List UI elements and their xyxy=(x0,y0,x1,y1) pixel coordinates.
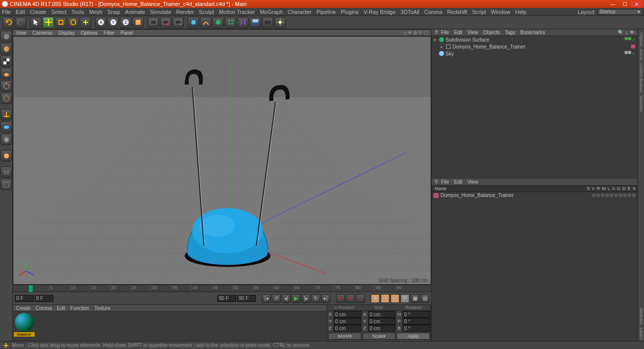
menu-script[interactable]: Script xyxy=(472,9,486,15)
z-axis-lock[interactable]: Z xyxy=(120,17,131,28)
search-icon[interactable]: 🔍 xyxy=(618,30,624,35)
undo-button[interactable] xyxy=(2,17,14,28)
tab-content[interactable]: Content Browser xyxy=(639,63,644,93)
menu-select[interactable]: Select xyxy=(51,9,67,15)
snap-grid[interactable] xyxy=(0,179,12,190)
menu-render[interactable]: Render xyxy=(176,9,194,15)
layer-tag[interactable] xyxy=(631,44,636,49)
menu-vray[interactable]: V-Ray Bridge xyxy=(364,9,396,15)
move-tool[interactable] xyxy=(43,17,54,28)
redo-button[interactable] xyxy=(15,17,26,28)
render-view[interactable] xyxy=(148,17,159,28)
mat-menu-edit[interactable]: Edit xyxy=(57,305,65,311)
frame-stop-field[interactable]: 90 F xyxy=(217,295,236,302)
menu-mesh[interactable]: Mesh xyxy=(89,9,102,15)
vp-menu-view[interactable]: View xyxy=(16,30,27,36)
object-name[interactable]: Subdivision Surface xyxy=(446,37,489,43)
autokey[interactable]: ◉ xyxy=(346,294,355,303)
pos-x[interactable]: 0 cm xyxy=(334,311,361,318)
menu-help[interactable]: Help xyxy=(515,9,527,15)
scale-mode-dropdown[interactable]: Scale ▾ xyxy=(362,333,396,340)
spline-pen[interactable] xyxy=(200,17,211,28)
home-icon[interactable]: ⌂ xyxy=(625,30,628,35)
rot-h[interactable]: 0 ° xyxy=(402,311,430,318)
rot-p[interactable]: 0 ° xyxy=(402,318,430,325)
tab-objects[interactable]: Objects xyxy=(639,33,644,46)
coord-system[interactable] xyxy=(132,17,144,28)
size-z[interactable]: 0 cm xyxy=(368,325,396,332)
workplane[interactable] xyxy=(0,166,12,178)
goto-start[interactable]: |◂ xyxy=(262,294,271,303)
eye-icon[interactable]: 👁 xyxy=(630,30,635,35)
material-item[interactable]: Balancir xyxy=(14,313,35,337)
layers-menu-file[interactable]: File xyxy=(441,179,449,185)
rot-b[interactable]: 0 ° xyxy=(402,325,430,332)
timeline[interactable]: 051015202530354045505560657075808590 xyxy=(13,285,431,292)
menu-sculpt[interactable]: Sculpt xyxy=(199,9,214,15)
menu-simulate[interactable]: Simulate xyxy=(150,9,171,15)
tab-attributes[interactable]: Attributes xyxy=(639,308,644,325)
viewport[interactable]: Perspective xyxy=(13,36,431,285)
grip-icon[interactable]: ⠿ xyxy=(435,30,438,35)
object-row[interactable]: ▾ Subdivision Surface ✓ xyxy=(432,36,638,43)
pos-y[interactable]: 0 cm xyxy=(334,318,361,325)
y-axis-lock[interactable]: Y xyxy=(107,17,119,28)
vp-menu-panel[interactable]: Panel xyxy=(121,30,134,36)
snap-toggle[interactable]: S xyxy=(0,134,12,145)
object-row[interactable]: Sky ✓ xyxy=(432,50,638,57)
size-x[interactable]: 0 cm xyxy=(368,311,396,318)
tab-scene[interactable]: Scene xyxy=(639,49,644,60)
key-pos[interactable]: ✥ xyxy=(371,294,380,303)
menu-motiontracker[interactable]: Motion Tracker xyxy=(219,9,255,15)
keyopts[interactable]: ◎ xyxy=(356,294,365,303)
environment[interactable] xyxy=(249,17,261,28)
tab-structure[interactable]: Structure xyxy=(639,96,644,111)
om-menu-edit[interactable]: Edit xyxy=(454,30,462,35)
om-menu-tags[interactable]: Tags xyxy=(505,30,515,35)
generator-array[interactable] xyxy=(225,17,236,28)
grip-icon[interactable]: ≡ Position xyxy=(327,305,362,310)
mat-menu-corona[interactable]: Corona xyxy=(36,305,52,311)
workplane-mode[interactable] xyxy=(0,68,12,79)
render-settings[interactable] xyxy=(172,17,184,28)
mat-menu-function[interactable]: Function xyxy=(70,305,89,311)
tab-layers[interactable]: Layers xyxy=(639,328,644,340)
menu-edit[interactable]: Edit xyxy=(16,9,25,15)
vp-menu-filter[interactable]: Filter xyxy=(103,30,114,36)
goto-nextkey[interactable]: ↻ xyxy=(311,294,320,303)
point-mode[interactable] xyxy=(0,80,12,92)
step-fwd[interactable]: |▸ xyxy=(301,294,310,303)
coord-mode-dropdown[interactable]: World ▾ xyxy=(328,333,361,340)
timeline-playhead[interactable] xyxy=(29,285,33,292)
menu-3dtoall[interactable]: 3DToAll xyxy=(400,9,419,15)
texture-mode[interactable] xyxy=(0,55,12,67)
layout-dropdown[interactable]: Startup▾ xyxy=(597,9,642,15)
key-param[interactable]: P xyxy=(400,294,409,303)
om-menu-view[interactable]: View xyxy=(467,30,478,35)
minimize-button[interactable]: — xyxy=(607,1,618,7)
menu-animate[interactable]: Animate xyxy=(125,9,145,15)
goto-end[interactable]: ▸| xyxy=(321,294,330,303)
grip-icon[interactable]: ⠿ xyxy=(435,179,438,185)
frame-current-field[interactable]: 0 F xyxy=(35,295,53,302)
om-menu-bookmarks[interactable]: Bookmarks xyxy=(520,30,545,35)
key-scale[interactable]: □ xyxy=(381,294,390,303)
key-all[interactable]: ▤ xyxy=(420,294,429,303)
viewport-solo[interactable] xyxy=(0,121,12,133)
generator-sds[interactable] xyxy=(212,17,224,28)
menu-window[interactable]: Window xyxy=(491,9,510,15)
expand-toggle[interactable]: ▾ xyxy=(434,37,439,43)
record[interactable]: ● xyxy=(336,294,345,303)
soft-select[interactable] xyxy=(0,150,12,161)
primitive-cube[interactable] xyxy=(188,17,199,28)
menu-tools[interactable]: Tools xyxy=(71,9,84,15)
model-mode[interactable] xyxy=(0,43,12,54)
goto-prevkey[interactable]: ↺ xyxy=(272,294,281,303)
key-pla[interactable]: ▦ xyxy=(410,294,419,303)
menu-redshift[interactable]: Redshift xyxy=(447,9,467,15)
menu-corona[interactable]: Corona xyxy=(424,9,442,15)
expand-toggle[interactable]: ▸ xyxy=(441,44,446,50)
object-name[interactable]: Sky xyxy=(446,51,454,56)
last-tool[interactable] xyxy=(80,17,91,28)
apply-button[interactable]: Apply xyxy=(396,333,430,340)
